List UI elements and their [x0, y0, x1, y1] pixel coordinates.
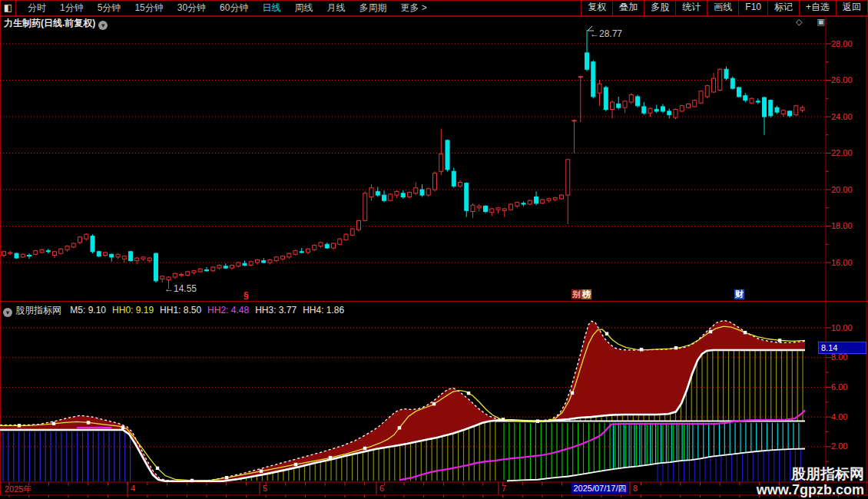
indicator-field-HH1: HH1: 8.50 [160, 305, 201, 316]
tool-item-复权[interactable]: 复权 [581, 0, 612, 16]
event-tag-别[interactable]: 别 [571, 289, 581, 299]
tool-item-F10[interactable]: F10 [738, 0, 767, 16]
indicator-field-HH4: HH4: 1.86 [303, 305, 344, 316]
price-label-28.00: 28.00 [831, 39, 853, 48]
candle-body-down [15, 253, 18, 258]
indicator-header: ▾股朋指标网 M5: 9.10HH0: 9.19HH1: 8.50HH2: 4.… [3, 304, 344, 317]
ex-rights-marker[interactable]: § [244, 290, 249, 301]
candle-body-up [611, 102, 615, 110]
window-split-icon[interactable]: ◧ [0, 1, 16, 15]
candle-body-up [509, 204, 513, 210]
candle-body-down [484, 206, 488, 211]
date-label-7: 7 [502, 484, 506, 493]
menu-item-多周期[interactable]: 多周期 [352, 2, 393, 15]
indicator-field-HH0: HH0: 9.19 [112, 305, 154, 316]
title-row: 力生制药(日线.前复权)▾ ◇ ▣ [0, 16, 868, 28]
candle-body-up [319, 243, 323, 246]
candle-body-up [578, 77, 582, 78]
menu-item-更多 >[interactable]: 更多 > [393, 2, 433, 15]
candle-body-up [408, 193, 412, 197]
candle-body-down [383, 195, 386, 200]
tool-item-画线[interactable]: 画线 [707, 0, 738, 16]
candle-body-up [71, 243, 75, 247]
menu-item-分时[interactable]: 分时 [21, 2, 53, 15]
tool-item-叠加[interactable]: 叠加 [612, 0, 644, 16]
hh0-marker [156, 467, 159, 470]
candle-body-up [781, 111, 785, 114]
date-axis[interactable]: 2025/07/17/四 2025年45678 [0, 482, 868, 495]
selected-date-badge: 2025/07/17/四 [571, 483, 628, 494]
candle-body-up [712, 78, 716, 92]
menu-item-15分钟[interactable]: 15分钟 [128, 2, 170, 15]
candle-body-down [617, 104, 621, 107]
hh0-marker [363, 447, 366, 450]
candle-body-up [357, 220, 361, 230]
date-label-4: 4 [131, 484, 135, 493]
hh0-marker [398, 426, 401, 429]
candle-body-up [217, 266, 221, 269]
indicator-name[interactable]: 股朋指标网 [15, 305, 61, 316]
candle-body-up [350, 229, 354, 235]
candle-body-up [78, 237, 82, 243]
indicator-label-6.00: 6.00 [831, 382, 847, 392]
candle-body-up [287, 253, 291, 257]
menu-item-日线[interactable]: 日线 [255, 2, 287, 15]
candle-body-down [775, 107, 779, 112]
candle-body-up [21, 254, 25, 257]
candle-body-down [224, 266, 227, 268]
candle-body-down [585, 53, 589, 69]
candle-body-down [154, 253, 158, 281]
menu-item-月线[interactable]: 月线 [320, 2, 352, 15]
menu-item-5分钟[interactable]: 5分钟 [91, 2, 128, 15]
menu-item-30分钟[interactable]: 30分钟 [171, 2, 213, 15]
event-tag-榜[interactable]: 榜 [581, 289, 591, 299]
title-corner-icons[interactable]: ◇ ▣ [796, 17, 831, 27]
tool-item-多股[interactable]: 多股 [644, 0, 675, 16]
candle-body-up [572, 121, 576, 121]
candle-body-down [522, 203, 525, 204]
tool-item-统计[interactable]: 统计 [675, 0, 707, 16]
candle-body-down [465, 183, 469, 211]
event-tag-财[interactable]: 财 [734, 289, 744, 299]
menu-item-1分钟[interactable]: 1分钟 [53, 2, 91, 15]
candle-body-down [661, 107, 665, 111]
hh0-marker [18, 424, 21, 427]
top-menu-bar: ◧ 分时1分钟5分钟15分钟30分钟60分钟日线周线月线多周期更多 > 复权叠加… [0, 0, 868, 16]
candle-body-up [541, 200, 545, 203]
candle-body-down [535, 197, 538, 203]
candle-body-up [147, 258, 151, 261]
menu-item-周线[interactable]: 周线 [287, 2, 320, 15]
date-label-2025年: 2025年 [5, 484, 31, 495]
candle-body-up [230, 266, 234, 269]
candle-body-down [737, 88, 741, 97]
stock-title: 力生制药(日线.前复权)▾ [4, 17, 108, 30]
price-label-22.00: 22.00 [831, 148, 853, 157]
indicator-field-M5: M5: 9.10 [70, 305, 106, 316]
indicator-field-HH2: HH2: 4.48 [207, 305, 249, 316]
indicator-label-2.00: 2.00 [831, 441, 847, 451]
title-dropdown-icon[interactable]: ▾ [98, 21, 108, 30]
candle-body-up [560, 195, 564, 199]
hh0-marker [744, 331, 747, 334]
tool-item-返回[interactable]: 返回 [836, 0, 868, 16]
tool-item-标记[interactable]: 标记 [767, 0, 799, 16]
candle-body-up [553, 198, 557, 200]
chart-canvas[interactable] [0, 0, 868, 499]
candle-body-down [763, 97, 767, 117]
hh0-marker [329, 456, 332, 459]
candle-body-up [186, 272, 190, 276]
tool-item-+自选[interactable]: +自选 [799, 0, 836, 16]
candle-body-down [756, 101, 760, 102]
price-label-26.00: 26.00 [831, 75, 853, 84]
candle-body-up [8, 253, 12, 253]
period-menu: 分时1分钟5分钟15分钟30分钟60分钟日线周线月线多周期更多 > [16, 2, 581, 15]
candle-body-up [389, 194, 393, 200]
candle-body-up [34, 251, 38, 255]
candle-body-up [306, 249, 310, 253]
candle-body-up [281, 256, 285, 259]
candle-body-down [97, 252, 101, 256]
date-label-8: 8 [633, 484, 638, 493]
candle-body-down [129, 252, 133, 261]
indicator-dropdown-icon[interactable]: ▾ [3, 308, 12, 317]
menu-item-60分钟[interactable]: 60分钟 [213, 2, 255, 15]
